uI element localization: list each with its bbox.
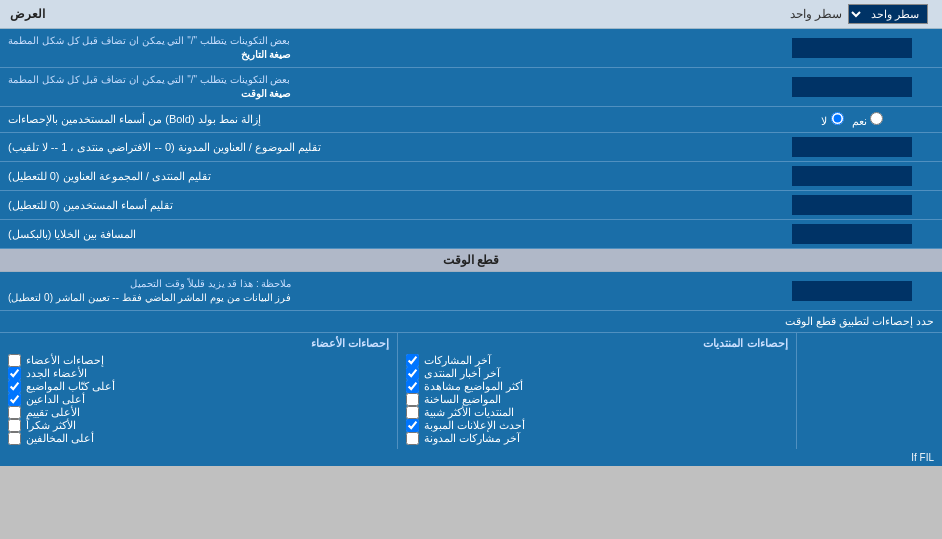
cell-spacing-label: المسافة بين الخلايا (بالبكسل) — [0, 220, 762, 248]
member-stats-col: إحصاءات الأعضاء إحصاءات الأعضاء الأعضاء … — [0, 333, 397, 449]
col1-spacer — [797, 333, 942, 449]
list-item: الأعضاء الجدد — [8, 367, 389, 380]
cutoff-days-input-cell[interactable]: 0 — [762, 272, 942, 310]
top-posters-checkbox[interactable] — [8, 380, 21, 393]
user-names-input-cell[interactable]: 0 — [762, 191, 942, 219]
forum-stats-col: إحصاءات المنتديات آخر المشاركات آخر أخبا… — [397, 333, 796, 449]
list-item: إحصاءات الأعضاء — [8, 354, 389, 367]
top-authors-checkbox[interactable] — [8, 393, 21, 406]
bold-radio-cell[interactable]: نعم لا — [762, 107, 942, 132]
topic-order-input-cell[interactable]: 33 — [762, 133, 942, 161]
list-item: أعلى كتّاب المواضيع — [8, 380, 389, 393]
list-item: آخر المشاركات — [406, 354, 787, 367]
forum-order-input-cell[interactable]: 33 — [762, 162, 942, 190]
display-select[interactable]: سطر واحدسطرينثلاثة أسطر — [848, 4, 928, 24]
forum-order-input[interactable]: 33 — [792, 166, 912, 186]
bold-yes-radio[interactable] — [870, 112, 883, 125]
cell-spacing-input-cell[interactable]: 2 — [762, 220, 942, 248]
cell-spacing-row: 2 المسافة بين الخلايا (بالبكسل) — [0, 220, 942, 249]
bold-yes-label: نعم — [852, 112, 883, 128]
list-item: أعلى الداعين — [8, 393, 389, 406]
list-item: المواضيع الساخنة — [406, 393, 787, 406]
member-stats-header: إحصاءات الأعضاء — [8, 337, 389, 350]
top-rated-checkbox[interactable] — [8, 406, 21, 419]
forum-order-row: 33 تقليم المنتدى / المجموعة العناوين (0 … — [0, 162, 942, 191]
member-stats-checkbox[interactable] — [8, 354, 21, 367]
select-label: سطر واحد — [790, 7, 842, 21]
cutoff-days-row: 0 ملاحظة : هذا قد يزيد قليلاً وقت التحمي… — [0, 272, 942, 311]
last-donations-checkbox[interactable] — [406, 432, 419, 445]
cell-spacing-input[interactable]: 2 — [792, 224, 912, 244]
top-header: سطر واحدسطرينثلاثة أسطر سطر واحد العرض — [0, 0, 942, 29]
list-item: الأعلى تقييم — [8, 406, 389, 419]
footer-text: If FIL — [0, 449, 942, 466]
most-thanked-checkbox[interactable] — [8, 419, 21, 432]
list-item: أعلى المخالفين — [8, 432, 389, 445]
recent-ads-checkbox[interactable] — [406, 419, 419, 432]
time-format-input[interactable]: H:i — [792, 77, 912, 97]
similar-forums-checkbox[interactable] — [406, 406, 419, 419]
time-format-input-cell[interactable]: H:i — [762, 68, 942, 106]
forum-order-label: تقليم المنتدى / المجموعة العناوين (0 للت… — [0, 162, 762, 190]
user-names-label: تقليم أسماء المستخدمين (0 للتعطيل) — [0, 191, 762, 219]
new-members-checkbox[interactable] — [8, 367, 21, 380]
time-format-label: بعض التكوينات يتطلب "/" التي يمكن ان تضا… — [0, 68, 762, 106]
list-item: الأكثر شكراً — [8, 419, 389, 432]
checkboxes-row: إحصاءات المنتديات آخر المشاركات آخر أخبا… — [0, 333, 942, 449]
last-posts-checkbox[interactable] — [406, 354, 419, 367]
user-names-input[interactable]: 0 — [792, 195, 912, 215]
most-viewed-checkbox[interactable] — [406, 380, 419, 393]
forum-stats-header: إحصاءات المنتديات — [406, 337, 787, 350]
last-news-checkbox[interactable] — [406, 367, 419, 380]
topic-order-row: 33 تقليم الموضوع / العناوين المدونة (0 -… — [0, 133, 942, 162]
list-item: آخر مشاركات المدونة — [406, 432, 787, 445]
checkboxes-container: حدد إحصاءات لتطبيق قطع الوقت إحصاءات الم… — [0, 311, 942, 449]
checkboxes-header-label: حدد إحصاءات لتطبيق قطع الوقت — [0, 311, 942, 332]
old-topics-checkbox[interactable] — [406, 393, 419, 406]
list-item: أكثر المواضيع مشاهدة — [406, 380, 787, 393]
top-contributors-checkbox[interactable] — [8, 432, 21, 445]
list-item: المنتديات الأكثر شبية — [406, 406, 787, 419]
date-format-label: بعض التكوينات يتطلب "/" التي يمكن ان تضا… — [0, 29, 762, 67]
time-format-row: H:i بعض التكوينات يتطلب "/" التي يمكن ان… — [0, 68, 942, 107]
display-label: العرض — [10, 7, 45, 21]
list-item: آخر أخبار المنتدى — [406, 367, 787, 380]
bold-remove-row: نعم لا إزالة نمط بولد (Bold) من أسماء ال… — [0, 107, 942, 133]
bold-remove-label: إزالة نمط بولد (Bold) من أسماء المستخدمي… — [0, 107, 762, 132]
topic-order-input[interactable]: 33 — [792, 137, 912, 157]
bold-no-radio[interactable] — [831, 112, 844, 125]
cutoff-days-label: ملاحظة : هذا قد يزيد قليلاً وقت التحميل … — [0, 272, 762, 310]
user-names-row: 0 تقليم أسماء المستخدمين (0 للتعطيل) — [0, 191, 942, 220]
list-item: أحدث الإعلانات المبوبة — [406, 419, 787, 432]
select-container[interactable]: سطر واحدسطرينثلاثة أسطر سطر واحد — [790, 4, 932, 24]
date-format-input-cell[interactable]: d-m — [762, 29, 942, 67]
date-format-input[interactable]: d-m — [792, 38, 912, 58]
topic-order-label: تقليم الموضوع / العناوين المدونة (0 -- ا… — [0, 133, 762, 161]
cutoff-header: قطع الوقت — [0, 249, 942, 272]
cutoff-days-input[interactable]: 0 — [792, 281, 912, 301]
date-format-row: d-m بعض التكوينات يتطلب "/" التي يمكن ان… — [0, 29, 942, 68]
bold-no-label: لا — [821, 112, 843, 128]
